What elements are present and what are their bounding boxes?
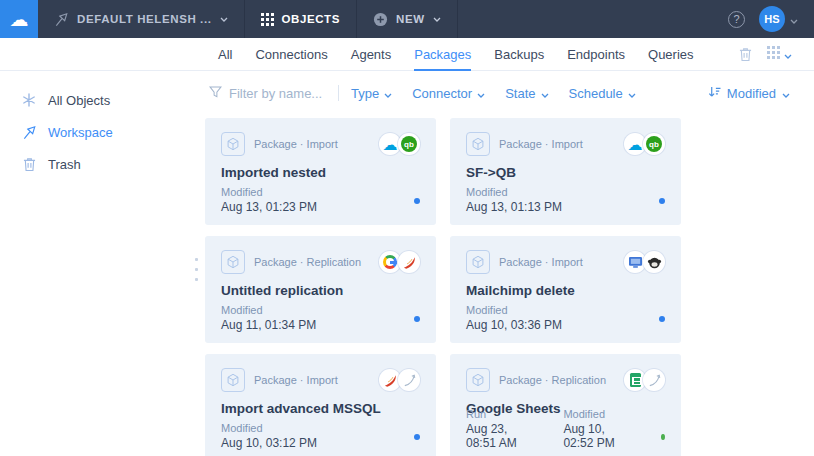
plus-circle-icon <box>373 12 388 27</box>
filter-dropdown-connector[interactable]: Connector <box>412 86 485 101</box>
tab-queries[interactable]: Queries <box>648 38 694 70</box>
package-card[interactable]: Package · ImportImport advanced MSSQLMod… <box>205 354 436 456</box>
status-dot <box>414 198 420 204</box>
grid-view-icon <box>767 45 780 63</box>
objects-label: OBJECTS <box>282 13 341 25</box>
user-menu[interactable]: HS <box>759 6 798 32</box>
sidebar: All ObjectsWorkspaceTrash <box>0 71 200 456</box>
package-title: Untitled replication <box>221 283 420 298</box>
grid-view-selector[interactable] <box>767 45 792 63</box>
quickbooks-icon: qb <box>643 133 665 155</box>
help-button[interactable]: ? <box>728 11 745 28</box>
sidebar-item-all-objects[interactable]: All Objects <box>0 84 200 116</box>
chevron-down-icon <box>541 86 549 101</box>
meta-label: Run <box>466 408 525 420</box>
mailchimp-icon <box>643 251 665 273</box>
sidebar-item-workspace[interactable]: Workspace <box>0 116 200 148</box>
question-mark-icon: ? <box>733 13 739 25</box>
sort-descending-icon <box>708 86 721 101</box>
package-card[interactable]: Package · Import☁qbImported nestedModifi… <box>205 118 436 225</box>
package-type-icon <box>466 250 490 274</box>
grid-menu-icon <box>261 13 274 26</box>
meta-timestamp: Aug 10, 02:52 PM <box>563 422 623 450</box>
chevron-down-icon <box>384 86 392 101</box>
workspace-flag-icon <box>54 12 69 27</box>
topbar-right-controls: ? HS <box>728 0 814 38</box>
package-card-grid: Package · Import☁qbImported nestedModifi… <box>205 118 814 456</box>
meta-timestamp: Aug 13, 01:23 PM <box>221 200 317 214</box>
view-controls <box>739 38 814 70</box>
sidebar-item-label: Trash <box>48 157 81 172</box>
tab-connections[interactable]: Connections <box>255 38 327 70</box>
funnel-icon <box>209 84 222 102</box>
status-dot <box>414 316 420 322</box>
chevron-down-icon <box>477 86 485 101</box>
meta-timestamp: Aug 11, 01:34 PM <box>221 318 316 332</box>
filter-by-name-input[interactable] <box>229 86 334 101</box>
card-meta-row: ModifiedAug 10, 03:12 PM <box>221 422 420 450</box>
card-header: Package · Replication <box>221 250 420 274</box>
database-icon <box>643 369 665 391</box>
sidebar-item-trash[interactable]: Trash <box>0 148 200 180</box>
main-panel: TypeConnectorStateSchedule Modified Pack… <box>200 71 814 456</box>
card-header: Package · Import☁qb <box>221 132 420 156</box>
trash-view-button[interactable] <box>739 47 752 62</box>
meta-label: Modified <box>221 304 316 316</box>
status-dot <box>659 198 665 204</box>
connector-icons <box>379 369 420 391</box>
meta-column: RunAug 23, 08:51 AM <box>466 408 525 450</box>
card-meta-row: ModifiedAug 13, 01:13 PM <box>466 186 665 214</box>
tab-endpoints[interactable]: Endpoints <box>567 38 625 70</box>
meta-column: ModifiedAug 10, 02:52 PM <box>563 408 623 450</box>
connector-icons <box>624 369 665 391</box>
filter-dropdown-schedule[interactable]: Schedule <box>569 86 636 101</box>
name-filter <box>209 84 334 102</box>
meta-timestamp: Aug 10, 03:12 PM <box>221 436 317 450</box>
sidebar-resize-handle[interactable] <box>195 258 198 281</box>
meta-timestamp: Aug 10, 03:36 PM <box>466 318 562 332</box>
sidebar-item-label: Workspace <box>48 125 113 140</box>
package-title: Import advanced MSSQL <box>221 401 420 416</box>
filter-dropdown-state[interactable]: State <box>505 86 548 101</box>
card-meta-row: ModifiedAug 10, 03:36 PM <box>466 304 665 332</box>
dropdown-label: Connector <box>412 86 472 101</box>
package-card[interactable]: Package · ReplicationUntitled replicatio… <box>205 236 436 343</box>
chevron-down-icon <box>790 10 798 28</box>
card-header: Package · Import <box>221 368 420 392</box>
card-meta-row: RunAug 23, 08:51 AMModifiedAug 10, 02:52… <box>466 408 665 450</box>
package-type-icon <box>221 132 245 156</box>
app-logo[interactable]: ☁ <box>0 0 38 38</box>
package-title: SF->QB <box>466 165 665 180</box>
package-card[interactable]: Package · ReplicationGoogle SheetsRunAug… <box>450 354 681 456</box>
quickbooks-icon: qb <box>398 133 420 155</box>
package-card[interactable]: Package · ImportMailchimp deleteModified… <box>450 236 681 343</box>
filter-dropdown-type[interactable]: Type <box>351 86 392 101</box>
package-type-icon <box>466 132 490 156</box>
package-card[interactable]: Package · Import☁qbSF->QBModifiedAug 13,… <box>450 118 681 225</box>
database-icon <box>398 369 420 391</box>
tab-packages[interactable]: Packages <box>414 38 471 70</box>
meta-label: Modified <box>221 186 317 198</box>
sqlserver-icon <box>398 251 420 273</box>
app-window: ☁ DEFAULT HELENSH ... OBJECTS <box>0 0 814 456</box>
status-dot <box>414 434 420 440</box>
filter-toolbar: TypeConnectorStateSchedule Modified <box>200 80 814 106</box>
tab-backups[interactable]: Backups <box>494 38 544 70</box>
package-type-label: Package · Replication <box>254 256 361 268</box>
objects-menu-button[interactable]: OBJECTS <box>245 0 358 38</box>
tabs: AllConnectionsAgentsPackagesBackupsEndpo… <box>218 38 694 70</box>
asterisk-icon <box>21 93 37 107</box>
package-type-label: Package · Import <box>499 138 583 150</box>
new-label: NEW <box>396 13 425 25</box>
tab-all[interactable]: All <box>218 38 232 70</box>
workspace-selector[interactable]: DEFAULT HELENSH ... <box>38 0 245 38</box>
package-type-label: Package · Import <box>254 374 338 386</box>
package-type-icon <box>221 250 245 274</box>
meta-label: Modified <box>466 304 562 316</box>
meta-column: ModifiedAug 13, 01:13 PM <box>466 186 562 214</box>
sort-control[interactable]: Modified <box>708 86 790 101</box>
card-meta-row: ModifiedAug 11, 01:34 PM <box>221 304 420 332</box>
tab-agents[interactable]: Agents <box>351 38 391 70</box>
new-button[interactable]: NEW <box>357 0 458 38</box>
card-meta-row: ModifiedAug 13, 01:23 PM <box>221 186 420 214</box>
